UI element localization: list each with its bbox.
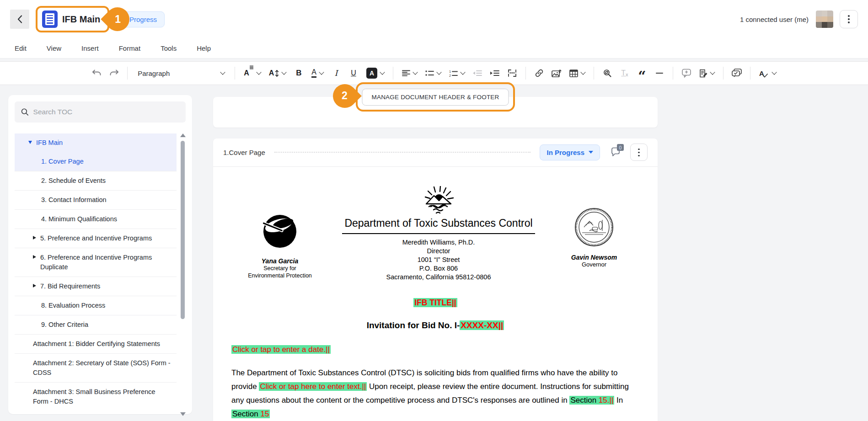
redo-button[interactable] [106, 65, 122, 81]
formatting-toolbar: Paragraph A A B A I U A 12 Tx “ A [0, 61, 868, 85]
alignment-dropdown[interactable] [399, 65, 420, 81]
toc-item-preference-programs[interactable]: 5. Preference and Incentive Programs [15, 229, 177, 248]
scroll-up-arrow[interactable] [180, 133, 186, 137]
find-replace-button[interactable] [600, 65, 615, 81]
toc-search-input[interactable] [33, 108, 179, 116]
table-dropdown[interactable] [566, 65, 588, 81]
document-title-box[interactable]: IFB Main [36, 6, 109, 32]
toc-item-bid-requirements[interactable]: 7. Bid Requirements [15, 277, 177, 296]
remove-format-button[interactable]: Tx [617, 65, 632, 81]
document-title: IFB Main [62, 14, 100, 25]
section-status-dropdown[interactable]: In Progress [540, 144, 600, 160]
toc-item-min-qualifications[interactable]: 4. Minimum Qualifications [15, 209, 177, 229]
back-button[interactable] [10, 10, 29, 29]
toc-item-evaluation-process[interactable]: 8. Evaluation Process [15, 296, 177, 315]
outdent-button[interactable] [470, 65, 485, 81]
add-comment-icon [681, 69, 691, 78]
text-entry-field[interactable]: Click or tap here to enter text.|| [259, 382, 367, 391]
find-replace-icon [603, 69, 612, 78]
numbered-list-dropdown[interactable]: 12 [446, 65, 468, 81]
document-editor[interactable]: Yana Garcia Secretary for Environmental … [213, 167, 658, 421]
search-icon [21, 108, 29, 116]
toc-item-contact[interactable]: 3. Contact Information [15, 190, 177, 209]
highlight-icon: A [366, 68, 377, 79]
indent-button[interactable] [487, 65, 503, 81]
updown-arrow-icon [275, 70, 279, 77]
toc-item-attachment-3[interactable]: Attachment 3: Small Business Preference … [15, 382, 177, 411]
section-header: 1.Cover Page In Progress 0 [213, 139, 658, 167]
svg-text:1: 1 [449, 70, 451, 74]
toc-item-other-criteria[interactable]: 9. Other Criteria [15, 315, 177, 334]
underline-button[interactable]: U [346, 65, 361, 81]
paragraph-style-dropdown[interactable]: Paragraph [133, 69, 229, 77]
toc-item-root[interactable]: IFB Main [15, 133, 177, 152]
menu-insert[interactable]: Insert [81, 44, 99, 52]
menu-format[interactable]: Format [119, 44, 141, 52]
spellcheck-dropdown[interactable]: A [756, 65, 779, 81]
menu-tools[interactable]: Tools [161, 44, 177, 52]
more-options-button[interactable] [840, 10, 858, 28]
font-size-dropdown[interactable]: A [266, 65, 289, 81]
comment-count-badge: 0 [617, 144, 624, 151]
toc-item-attachment-1[interactable]: Attachment 1: Bidder Certifying Statemen… [15, 334, 177, 353]
horizontal-line-icon [656, 73, 663, 74]
toc-item-attachment-2[interactable]: Attachment 2: Secretary of State (SOS) F… [15, 353, 177, 382]
redo-icon [109, 69, 119, 77]
menu-view[interactable]: View [47, 44, 61, 52]
comments-archive-button[interactable] [729, 65, 745, 81]
toc-scrollbar[interactable] [180, 133, 186, 417]
horizontal-line-button[interactable] [652, 65, 667, 81]
link-button[interactable] [531, 65, 547, 81]
user-avatar [816, 11, 833, 28]
insert-image-button[interactable] [549, 65, 564, 81]
official-name: Gavin Newsom [549, 254, 639, 261]
ifb-title-line: IFB TITLE|| [231, 298, 639, 308]
bold-button[interactable]: B [291, 65, 306, 81]
chevron-down-icon [220, 69, 225, 75]
manage-header-footer-button[interactable]: MANAGE DOCUMENT HEADER & FOOTER [362, 89, 509, 106]
section-comments-button[interactable]: 0 [608, 144, 624, 160]
section-more-options-button[interactable] [630, 144, 648, 161]
chevron-down-icon [380, 69, 385, 75]
svg-text:2: 2 [449, 74, 451, 77]
chevron-down-icon [710, 69, 715, 75]
page-break-button[interactable] [504, 65, 520, 81]
menu-edit[interactable]: Edit [15, 44, 27, 52]
undo-button[interactable] [89, 65, 104, 81]
toc-sidebar: IFB Main 1. Cover Page 2. Schedule of Ev… [8, 95, 192, 414]
italic-button[interactable]: I [328, 65, 344, 81]
track-changes-dropdown[interactable] [696, 65, 718, 81]
highlight-dropdown[interactable]: A [363, 65, 387, 81]
bid-number-line: Invitation for Bid No. I-XXXX-XX|| [231, 320, 639, 330]
chevron-right-icon [33, 284, 36, 288]
toc-item-preference-programs-duplicate[interactable]: 6. Preference and Incentive Programs Dup… [15, 248, 177, 277]
bulleted-list-dropdown[interactable] [422, 65, 444, 81]
indent-icon [490, 70, 499, 76]
toc-item-schedule[interactable]: 2. Schedule of Events [15, 171, 177, 190]
menu-help[interactable]: Help [197, 44, 211, 52]
chevron-down-icon [319, 69, 324, 75]
chevron-down-icon [580, 69, 585, 75]
bid-number-field[interactable]: XXXX-XX|| [460, 320, 504, 330]
letterhead: Yana Garcia Secretary for Environmental … [231, 186, 639, 282]
numbered-list-icon: 12 [449, 70, 458, 77]
section-title: 1.Cover Page [223, 149, 265, 156]
letterhead-center: Department of Toxic Substances Control M… [328, 186, 549, 282]
section-ref-field[interactable]: Section 15.|| [569, 396, 614, 405]
font-size-icon: A [269, 69, 274, 77]
section-ref-field[interactable]: Section 15 [231, 410, 270, 418]
scrollbar-thumb[interactable] [181, 141, 185, 319]
dotted-divider [274, 152, 531, 153]
ifb-title-field[interactable]: IFB TITLE|| [413, 298, 457, 307]
menu-bar: Edit View Insert Format Tools Help [0, 38, 868, 59]
chevron-down-icon [282, 69, 287, 75]
font-family-dropdown[interactable]: A [241, 65, 264, 81]
toc-item-cover-page[interactable]: 1. Cover Page [15, 152, 177, 171]
add-comment-button[interactable] [679, 65, 694, 81]
date-field[interactable]: Click or tap to enter a date.|| [231, 345, 331, 354]
font-color-dropdown[interactable]: A [308, 65, 327, 81]
calepa-logo [260, 212, 300, 251]
block-quote-button[interactable]: “ [634, 65, 650, 81]
scroll-down-arrow[interactable] [180, 412, 186, 416]
toc-search-box[interactable] [15, 101, 186, 123]
